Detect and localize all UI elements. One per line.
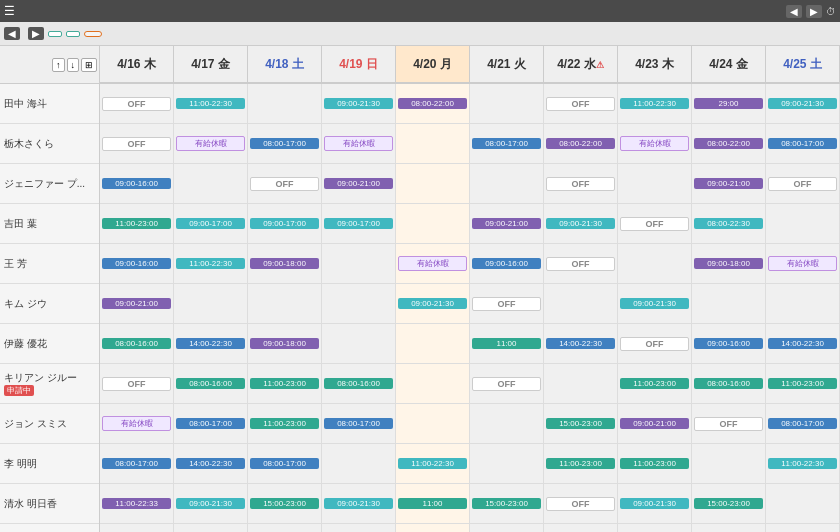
schedule-cell[interactable]: 11:00-22:30 (174, 244, 248, 283)
schedule-cell[interactable]: 11:00-23:00 (766, 364, 840, 403)
schedule-cell[interactable] (544, 284, 618, 323)
schedule-cell[interactable]: 09:00-21:30 (322, 84, 396, 123)
schedule-cell[interactable]: 09:00-17:00 (174, 204, 248, 243)
schedule-cell[interactable] (692, 284, 766, 323)
schedule-cell[interactable]: 14:00-22:30 (174, 444, 248, 483)
schedule-cell[interactable] (322, 444, 396, 483)
schedule-cell[interactable]: 有給休暇 (396, 244, 470, 283)
schedule-cell[interactable]: 11:00-22:30 (766, 444, 840, 483)
schedule-cell[interactable] (396, 124, 470, 163)
schedule-cell[interactable]: 08:00-22:00 (692, 124, 766, 163)
schedule-cell[interactable]: 08:00-16:00 (470, 524, 544, 532)
schedule-cell[interactable]: 有給休暇 (618, 124, 692, 163)
schedule-cell[interactable] (766, 204, 840, 243)
schedule-cell[interactable] (396, 324, 470, 363)
schedule-cell[interactable] (322, 244, 396, 283)
schedule-cell[interactable]: OFF (100, 364, 174, 403)
schedule-cell[interactable]: 09:00-21:30 (618, 484, 692, 523)
schedule-cell[interactable]: 09:00-21:30 (396, 284, 470, 323)
schedule-cell[interactable] (544, 364, 618, 403)
schedule-cell[interactable]: OFF (470, 364, 544, 403)
schedule-cell[interactable]: 09:00-21:30 (322, 484, 396, 523)
schedule-cell[interactable]: OFF (544, 484, 618, 523)
schedule-cell[interactable] (470, 84, 544, 123)
schedule-cell[interactable] (322, 324, 396, 363)
schedule-cell[interactable]: OFF (766, 164, 840, 203)
schedule-cell[interactable]: 09:00-21:30 (766, 84, 840, 123)
schedule-cell[interactable] (766, 284, 840, 323)
schedule-cell[interactable]: 09:00-21:30 (618, 284, 692, 323)
schedule-cell[interactable]: OFF (544, 244, 618, 283)
schedule-cell[interactable]: 11:00-23:00 (618, 364, 692, 403)
schedule-cell[interactable]: 14:00-22:30 (174, 324, 248, 363)
schedule-cell[interactable]: 09:00-16:00 (100, 164, 174, 203)
schedule-cell[interactable]: 09:00-18:00 (248, 324, 322, 363)
schedule-cell[interactable] (766, 524, 840, 532)
schedule-cell[interactable] (322, 284, 396, 323)
schedule-cell[interactable]: 08:00-22:00 (544, 124, 618, 163)
schedule-cell[interactable]: 08:00-17:00 (174, 404, 248, 443)
schedule-cell[interactable]: 29:00 (692, 84, 766, 123)
schedule-cell[interactable]: 08:00-16:00 (322, 364, 396, 403)
schedule-cell[interactable]: 08:00-17:00 (766, 404, 840, 443)
schedule-cell[interactable]: 有給休暇 (322, 124, 396, 163)
schedule-cell[interactable]: 08:00-17:00 (248, 444, 322, 483)
schedule-cell[interactable]: 09:00-17:00 (322, 204, 396, 243)
schedule-cell[interactable]: OFF (470, 284, 544, 323)
schedule-cell[interactable]: 09:00-21:00 (322, 164, 396, 203)
schedule-cell[interactable]: 09:00-18:00 (692, 244, 766, 283)
schedule-cell[interactable]: 15:00-23:00 (470, 484, 544, 523)
schedule-cell[interactable]: 09:00-21:00 (692, 164, 766, 203)
schedule-cell[interactable]: 09:00-16:00 (692, 324, 766, 363)
schedule-cell[interactable]: 08:00-17:00 (322, 404, 396, 443)
schedule-cell[interactable]: 11:00-23:00 (248, 404, 322, 443)
schedule-cell[interactable]: 09:00-16:00 (100, 524, 174, 532)
schedule-cell[interactable]: 09:00-21:30 (174, 484, 248, 523)
schedule-cell[interactable]: 14:00-22:30 (544, 324, 618, 363)
schedule-cell[interactable] (692, 444, 766, 483)
schedule-cell[interactable] (470, 444, 544, 483)
schedule-cell[interactable]: OFF (100, 124, 174, 163)
save-btn[interactable] (66, 31, 80, 37)
hamburger-icon[interactable]: ☰ (4, 4, 15, 18)
schedule-cell[interactable]: 08:00-16:00 (174, 364, 248, 403)
schedule-cell[interactable] (396, 364, 470, 403)
schedule-cell[interactable]: OFF (544, 164, 618, 203)
schedule-cell[interactable]: 09:00-17:00 (248, 204, 322, 243)
schedule-cell[interactable]: 15:00-23:00 (618, 524, 692, 532)
schedule-cell[interactable]: 11:00 (470, 324, 544, 363)
schedule-cell[interactable]: 15:00-23:00 (174, 524, 248, 532)
schedule-cell[interactable]: 15:00-23:00 (248, 484, 322, 523)
schedule-cell[interactable]: OFF (618, 204, 692, 243)
schedule-cell[interactable]: 有給休暇 (100, 404, 174, 443)
schedule-grid[interactable]: 4/16 木 4/17 金 4/18 土 4/19 日 4/20 月 4/21 … (100, 46, 840, 532)
schedule-cell[interactable]: 11:00-22:30 (618, 84, 692, 123)
schedule-cell[interactable]: 有給休暇 (766, 244, 840, 283)
schedule-cell[interactable]: OFF (692, 404, 766, 443)
schedule-cell[interactable]: 11:00-22:30 (174, 84, 248, 123)
schedule-cell[interactable]: 11:00 (396, 484, 470, 523)
schedule-cell[interactable]: 08:00-16:00 (692, 524, 766, 532)
schedule-cell[interactable]: 有給休暇 (174, 124, 248, 163)
schedule-cell[interactable]: OFF (248, 164, 322, 203)
schedule-cell[interactable]: 15:00-23:00 (544, 404, 618, 443)
schedule-cell[interactable]: 11:00-23:00 (100, 204, 174, 243)
schedule-cell[interactable]: 09:00-21:00 (100, 284, 174, 323)
schedule-cell[interactable] (322, 524, 396, 532)
confirm-btn[interactable] (84, 31, 102, 37)
schedule-cell[interactable]: 11:00-22:30 (396, 444, 470, 483)
schedule-cell[interactable]: 08:00-17:00 (100, 444, 174, 483)
next-week-btn[interactable]: ▶ (28, 27, 44, 40)
schedule-cell[interactable]: 09:00-16:00 (470, 244, 544, 283)
schedule-cell[interactable] (618, 164, 692, 203)
schedule-cell[interactable]: 11:00-23:00 (396, 524, 470, 532)
schedule-cell[interactable]: 11:00-23:00 (544, 444, 618, 483)
schedule-cell[interactable]: 11:00-22:33 (100, 484, 174, 523)
schedule-cell[interactable] (174, 284, 248, 323)
schedule-cell[interactable]: 08:00-22:00 (396, 84, 470, 123)
prev-week-btn[interactable]: ◀ (4, 27, 20, 40)
schedule-cell[interactable]: OFF (618, 324, 692, 363)
schedule-cell[interactable] (248, 84, 322, 123)
sort-asc-btn[interactable]: ↑ (52, 58, 65, 72)
schedule-cell[interactable]: 08:00-16:00 (248, 524, 322, 532)
